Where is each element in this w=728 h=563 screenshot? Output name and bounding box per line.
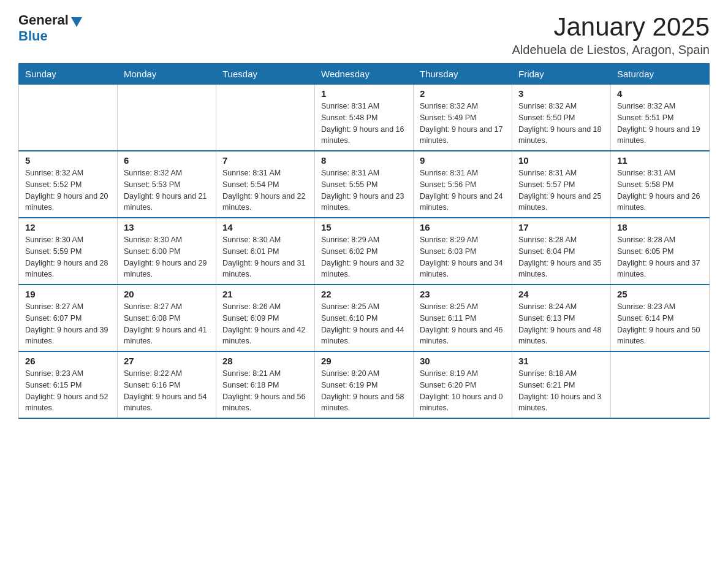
day-of-week-header: Saturday [611,64,710,85]
month-title: January 2025 [512,12,710,42]
day-info: Sunrise: 8:22 AMSunset: 6:16 PMDaylight:… [124,368,210,414]
calendar-cell: 1Sunrise: 8:31 AMSunset: 5:48 PMDaylight… [315,85,414,151]
day-number: 22 [321,289,407,299]
day-info: Sunrise: 8:31 AMSunset: 5:57 PMDaylight:… [518,167,604,213]
calendar-cell: 30Sunrise: 8:19 AMSunset: 6:20 PMDayligh… [414,351,512,418]
calendar-week-row: 1Sunrise: 8:31 AMSunset: 5:48 PMDaylight… [19,85,710,151]
day-info: Sunrise: 8:32 AMSunset: 5:50 PMDaylight:… [518,101,604,147]
day-number: 9 [420,155,506,166]
calendar-cell [611,351,710,418]
calendar-cell: 18Sunrise: 8:28 AMSunset: 6:05 PMDayligh… [611,218,710,285]
day-number: 28 [222,356,308,366]
title-area: January 2025 Aldehuela de Liestos, Arago… [512,12,710,57]
day-number: 20 [124,289,210,299]
day-info: Sunrise: 8:30 AMSunset: 6:01 PMDaylight:… [222,234,308,280]
day-number: 27 [124,356,210,366]
calendar-cell: 20Sunrise: 8:27 AMSunset: 6:08 PMDayligh… [118,285,216,351]
day-of-week-header: Friday [512,64,611,85]
day-info: Sunrise: 8:29 AMSunset: 6:03 PMDaylight:… [420,234,506,280]
calendar-cell: 27Sunrise: 8:22 AMSunset: 6:16 PMDayligh… [118,351,216,418]
day-number: 16 [420,222,506,232]
calendar-week-row: 5Sunrise: 8:32 AMSunset: 5:52 PMDaylight… [19,151,710,218]
day-of-week-header: Monday [118,64,216,85]
calendar-cell: 2Sunrise: 8:32 AMSunset: 5:49 PMDaylight… [414,85,512,151]
day-number: 5 [25,155,111,166]
day-number: 24 [518,289,604,299]
day-number: 25 [617,289,703,299]
day-info: Sunrise: 8:31 AMSunset: 5:55 PMDaylight:… [321,167,407,213]
calendar-cell: 8Sunrise: 8:31 AMSunset: 5:55 PMDaylight… [315,151,414,218]
svg-marker-0 [71,17,82,27]
day-number: 7 [222,155,308,166]
day-info: Sunrise: 8:28 AMSunset: 6:05 PMDaylight:… [617,234,703,280]
calendar-header: SundayMondayTuesdayWednesdayThursdayFrid… [19,64,710,85]
calendar-week-row: 12Sunrise: 8:30 AMSunset: 5:59 PMDayligh… [19,218,710,285]
calendar-cell: 12Sunrise: 8:30 AMSunset: 5:59 PMDayligh… [19,218,118,285]
day-number: 29 [321,356,407,366]
logo-general-text: General [18,12,69,28]
day-number: 14 [222,222,308,232]
location-title: Aldehuela de Liestos, Aragon, Spain [512,43,710,57]
day-info: Sunrise: 8:19 AMSunset: 6:20 PMDaylight:… [420,368,506,414]
day-info: Sunrise: 8:31 AMSunset: 5:48 PMDaylight:… [321,101,407,147]
day-info: Sunrise: 8:31 AMSunset: 5:58 PMDaylight:… [617,167,703,213]
calendar-cell: 16Sunrise: 8:29 AMSunset: 6:03 PMDayligh… [414,218,512,285]
day-number: 2 [420,88,506,99]
day-number: 26 [25,356,111,366]
calendar-cell: 23Sunrise: 8:25 AMSunset: 6:11 PMDayligh… [414,285,512,351]
day-info: Sunrise: 8:24 AMSunset: 6:13 PMDaylight:… [518,301,604,347]
day-number: 18 [617,222,703,232]
day-info: Sunrise: 8:23 AMSunset: 6:14 PMDaylight:… [617,301,703,347]
day-number: 3 [518,88,604,99]
calendar-cell: 31Sunrise: 8:18 AMSunset: 6:21 PMDayligh… [512,351,611,418]
day-number: 17 [518,222,604,232]
day-info: Sunrise: 8:32 AMSunset: 5:53 PMDaylight:… [124,167,210,213]
day-number: 1 [321,88,407,99]
calendar-week-row: 19Sunrise: 8:27 AMSunset: 6:07 PMDayligh… [19,285,710,351]
calendar-cell: 10Sunrise: 8:31 AMSunset: 5:57 PMDayligh… [512,151,611,218]
day-info: Sunrise: 8:29 AMSunset: 6:02 PMDaylight:… [321,234,407,280]
calendar-cell: 19Sunrise: 8:27 AMSunset: 6:07 PMDayligh… [19,285,118,351]
calendar-cell: 7Sunrise: 8:31 AMSunset: 5:54 PMDaylight… [216,151,315,218]
day-number: 23 [420,289,506,299]
calendar-cell: 28Sunrise: 8:21 AMSunset: 6:18 PMDayligh… [216,351,315,418]
calendar-cell: 22Sunrise: 8:25 AMSunset: 6:10 PMDayligh… [315,285,414,351]
day-info: Sunrise: 8:27 AMSunset: 6:08 PMDaylight:… [124,301,210,347]
day-number: 4 [617,88,703,99]
day-info: Sunrise: 8:25 AMSunset: 6:10 PMDaylight:… [321,301,407,347]
calendar-cell: 9Sunrise: 8:31 AMSunset: 5:56 PMDaylight… [414,151,512,218]
day-info: Sunrise: 8:31 AMSunset: 5:56 PMDaylight:… [420,167,506,213]
day-number: 30 [420,356,506,366]
day-of-week-header: Sunday [19,64,118,85]
calendar-cell: 26Sunrise: 8:23 AMSunset: 6:15 PMDayligh… [19,351,118,418]
day-info: Sunrise: 8:31 AMSunset: 5:54 PMDaylight:… [222,167,308,213]
calendar-cell: 11Sunrise: 8:31 AMSunset: 5:58 PMDayligh… [611,151,710,218]
calendar-cell: 6Sunrise: 8:32 AMSunset: 5:53 PMDaylight… [118,151,216,218]
day-number: 21 [222,289,308,299]
calendar-cell [19,85,118,151]
day-info: Sunrise: 8:18 AMSunset: 6:21 PMDaylight:… [518,368,604,414]
calendar-week-row: 26Sunrise: 8:23 AMSunset: 6:15 PMDayligh… [19,351,710,418]
day-info: Sunrise: 8:23 AMSunset: 6:15 PMDaylight:… [25,368,111,414]
calendar-cell: 5Sunrise: 8:32 AMSunset: 5:52 PMDaylight… [19,151,118,218]
day-info: Sunrise: 8:21 AMSunset: 6:18 PMDaylight:… [222,368,308,414]
day-info: Sunrise: 8:32 AMSunset: 5:49 PMDaylight:… [420,101,506,147]
day-number: 19 [25,289,111,299]
calendar-cell: 15Sunrise: 8:29 AMSunset: 6:02 PMDayligh… [315,218,414,285]
day-info: Sunrise: 8:26 AMSunset: 6:09 PMDaylight:… [222,301,308,347]
calendar-cell: 3Sunrise: 8:32 AMSunset: 5:50 PMDaylight… [512,85,611,151]
day-info: Sunrise: 8:32 AMSunset: 5:52 PMDaylight:… [25,167,111,213]
day-number: 10 [518,155,604,166]
day-number: 8 [321,155,407,166]
logo-blue-text: Blue [18,28,48,44]
calendar-table: SundayMondayTuesdayWednesdayThursdayFrid… [18,63,710,419]
calendar-cell: 17Sunrise: 8:28 AMSunset: 6:04 PMDayligh… [512,218,611,285]
page-header: General Blue January 2025 Aldehuela de L… [18,12,710,57]
day-info: Sunrise: 8:27 AMSunset: 6:07 PMDaylight:… [25,301,111,347]
calendar-cell: 14Sunrise: 8:30 AMSunset: 6:01 PMDayligh… [216,218,315,285]
calendar-cell: 25Sunrise: 8:23 AMSunset: 6:14 PMDayligh… [611,285,710,351]
day-number: 6 [124,155,210,166]
day-number: 31 [518,356,604,366]
day-number: 11 [617,155,703,166]
day-number: 15 [321,222,407,232]
